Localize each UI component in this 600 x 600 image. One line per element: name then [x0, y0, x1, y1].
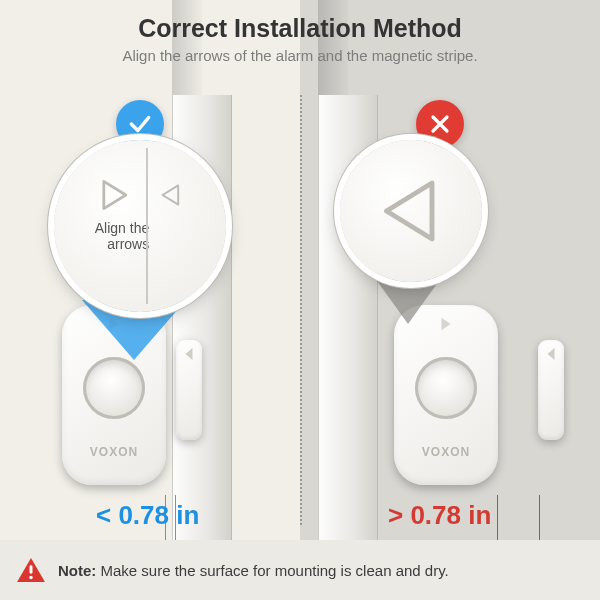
arrow-left-icon — [376, 176, 446, 246]
note-text: Note: Make sure the surface for mounting… — [58, 562, 449, 579]
note-bar: Note: Make sure the surface for mounting… — [0, 540, 600, 600]
incorrect-example: VOXON — [300, 295, 590, 515]
magnifier-incorrect — [340, 140, 482, 282]
magnifier-correct: Align the arrows — [54, 140, 226, 312]
speaker-grille — [83, 357, 145, 419]
speaker-grille — [415, 357, 477, 419]
warning-icon — [16, 557, 46, 583]
seam-line — [146, 148, 148, 304]
installation-infographic: Correct Installation Method Align the ar… — [0, 0, 600, 600]
cross-icon — [428, 112, 452, 136]
distance-no-label: > 0.78 in — [388, 500, 491, 531]
arrow-left-icon — [159, 183, 183, 207]
title: Correct Installation Method — [0, 14, 600, 43]
checkmark-icon — [127, 111, 153, 137]
note-body: Make sure the surface for mounting is cl… — [101, 562, 449, 579]
brand-text: VOXON — [394, 445, 498, 459]
svg-rect-2 — [30, 565, 33, 573]
arrow-right-icon — [97, 178, 131, 212]
magnifier-caption: Align the arrows — [95, 220, 149, 252]
note-label: Note: — [58, 562, 96, 579]
subtitle: Align the arrows of the alarm and the ma… — [0, 47, 600, 64]
svg-point-3 — [29, 576, 33, 580]
alarm-unit: VOXON — [394, 305, 498, 485]
distance-ok-label: < 0.78 in — [96, 500, 199, 531]
header: Correct Installation Method Align the ar… — [0, 14, 600, 64]
brand-text: VOXON — [62, 445, 166, 459]
magnet-strip — [538, 340, 564, 440]
